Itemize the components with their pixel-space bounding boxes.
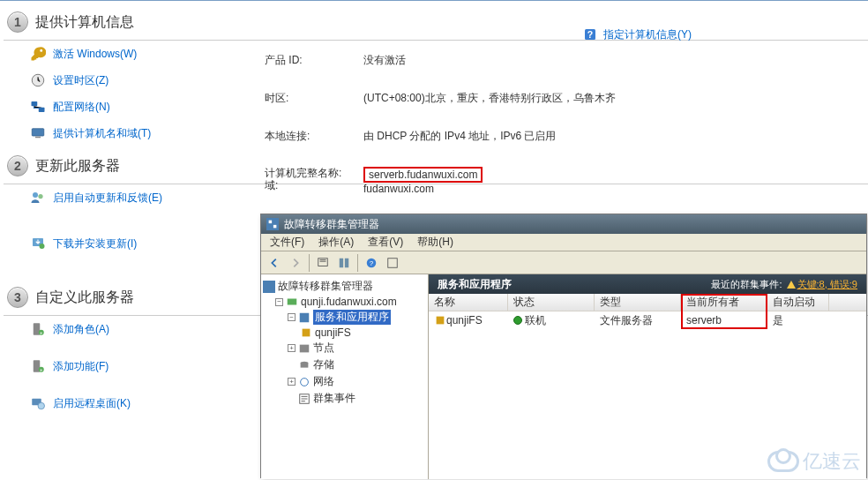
svg-rect-37	[437, 317, 445, 325]
activate-windows-link[interactable]: 激活 Windows(W)	[53, 47, 137, 62]
updates-feedback-link[interactable]: 启用自动更新和反馈(E)	[53, 191, 162, 206]
step-1-badge: 1	[7, 11, 28, 33]
properties-button[interactable]	[334, 253, 354, 273]
row-service-icon	[434, 314, 446, 326]
nodes-icon	[298, 342, 311, 355]
tree-root[interactable]: 故障转移群集管理器	[278, 279, 373, 294]
server-feature-icon: +	[30, 358, 46, 374]
tree-expander[interactable]: +	[288, 344, 296, 352]
key-icon	[30, 46, 46, 62]
col-state[interactable]: 状态	[508, 294, 595, 311]
cluster-node-icon	[286, 296, 298, 308]
section-3-title: 自定义此服务器	[35, 289, 134, 307]
timezone-value: (UTC+08:00)北京，重庆，香港特别行政区，乌鲁木齐	[363, 91, 616, 106]
tree-expander[interactable]: +	[288, 378, 296, 386]
tree-services[interactable]: 服务和应用程序	[313, 310, 391, 325]
menu-file[interactable]: 文件(F)	[265, 234, 310, 251]
svg-point-8	[38, 194, 42, 199]
tree-expander[interactable]: −	[288, 313, 296, 321]
online-status-icon	[513, 316, 522, 325]
svg-point-35	[301, 378, 309, 386]
svg-rect-30	[300, 312, 310, 322]
tree-expander[interactable]: −	[275, 298, 283, 306]
watermark: 亿速云	[767, 448, 861, 475]
cluster-manager-window: 故障转移群集管理器 文件(F) 操作(A) 查看(V) 帮助(H) ? 故障转移…	[260, 214, 867, 478]
svg-rect-29	[288, 299, 297, 305]
section-1-title: 提供计算机信息	[35, 13, 134, 32]
svg-point-10	[40, 244, 45, 249]
col-name[interactable]: 名称	[429, 294, 508, 311]
svg-point-7	[33, 192, 38, 198]
events-icon	[298, 393, 311, 405]
cluster-app-icon	[266, 218, 279, 230]
svg-text:+: +	[40, 330, 43, 335]
services-icon	[298, 311, 311, 324]
add-features-link[interactable]: 添加功能(F)	[53, 359, 108, 374]
svg-rect-21	[273, 225, 277, 229]
svg-rect-23	[340, 258, 343, 267]
network-link[interactable]: 配置网络(N)	[53, 100, 110, 115]
tree-events[interactable]: 群集事件	[313, 391, 355, 406]
menu-help[interactable]: 帮助(H)	[412, 234, 459, 251]
row-type: 文件服务器	[595, 311, 681, 330]
help-icon: ?	[582, 26, 598, 42]
tree-qunjifs[interactable]: qunjiFS	[315, 326, 351, 339]
row-name: qunjiFS	[446, 314, 483, 326]
network-icon	[30, 99, 46, 115]
tree-nodes[interactable]: 节点	[313, 341, 334, 356]
step-2-badge: 2	[7, 155, 28, 176]
add-roles-link[interactable]: 添加角色(A)	[53, 322, 109, 337]
cluster-title: 故障转移群集管理器	[284, 217, 379, 232]
timezone-link[interactable]: 设置时区(Z)	[53, 73, 108, 88]
refresh-button[interactable]	[383, 253, 402, 273]
svg-rect-1	[32, 101, 38, 106]
computer-icon	[30, 125, 46, 141]
tree-cluster[interactable]: qunji.fudanwuxi.com	[301, 296, 397, 308]
svg-text:?: ?	[587, 29, 593, 40]
timezone-label: 时区:	[265, 91, 353, 106]
svg-rect-32	[300, 344, 310, 352]
storage-icon	[298, 359, 311, 371]
section-1-header: 1 提供计算机信息	[4, 6, 868, 41]
help-button[interactable]: ?	[362, 253, 381, 273]
tree-networks[interactable]: 网络	[313, 374, 334, 389]
fqdn-label: 计算机完整名称:域:	[265, 167, 353, 195]
list-columns-header: 名称 状态 类型 当前所有者 自动启动	[429, 294, 866, 311]
computer-name-link[interactable]: 提供计算机名和域(T)	[53, 126, 151, 141]
nav-back-button[interactable]	[265, 253, 284, 273]
list-header-title: 服务和应用程序	[438, 277, 512, 292]
specify-computer-info-link[interactable]: 指定计算机信息(Y)	[603, 27, 692, 42]
remote-desktop-link[interactable]: 启用远程桌面(K)	[53, 396, 131, 411]
svg-rect-28	[263, 281, 275, 293]
cloud-icon	[767, 451, 799, 472]
networks-icon	[298, 376, 311, 388]
owner-highlight	[681, 294, 767, 329]
tree-storage[interactable]: 存储	[313, 357, 334, 372]
download-icon	[30, 236, 46, 251]
computer-info-grid: 产品 ID: 没有激活 时区: (UTC+08:00)北京，重庆，香港特别行政区…	[265, 53, 616, 195]
svg-rect-24	[345, 258, 348, 267]
help-link-row: ? 指定计算机信息(Y)	[582, 26, 692, 42]
row-auto: 是	[767, 311, 829, 330]
table-row[interactable]: qunjiFS 联机 文件服务器 serverb 是	[429, 311, 866, 329]
cluster-titlebar[interactable]: 故障转移群集管理器	[261, 214, 866, 234]
menu-view[interactable]: 查看(V)	[363, 234, 408, 251]
nav-forward-button[interactable]	[286, 253, 305, 273]
cluster-toolbar: ?	[261, 251, 866, 274]
step-3-badge: 3	[7, 287, 28, 308]
cluster-root-icon	[263, 281, 275, 293]
cluster-tree[interactable]: 故障转移群集管理器 −qunji.fudanwuxi.com −服务和应用程序 …	[261, 274, 429, 479]
col-auto[interactable]: 自动启动	[767, 294, 829, 311]
product-id-label: 产品 ID:	[265, 53, 353, 68]
col-type[interactable]: 类型	[595, 294, 681, 311]
fqdn-highlight: serverb.fudanwuxi.com	[363, 167, 483, 183]
row-state: 联机	[525, 313, 546, 328]
download-updates-link[interactable]: 下载并安装更新(I)	[53, 236, 137, 251]
up-button[interactable]	[313, 253, 333, 273]
svg-text:?: ?	[370, 259, 374, 266]
recent-events-link[interactable]: 关键:8, 错误:9	[797, 279, 857, 289]
connection-label: 本地连接:	[265, 129, 353, 144]
recent-events: 最近的群集事件: 关键:8, 错误:9	[711, 278, 857, 291]
section-2-title: 更新此服务器	[35, 157, 120, 176]
menu-action[interactable]: 操作(A)	[313, 234, 359, 251]
